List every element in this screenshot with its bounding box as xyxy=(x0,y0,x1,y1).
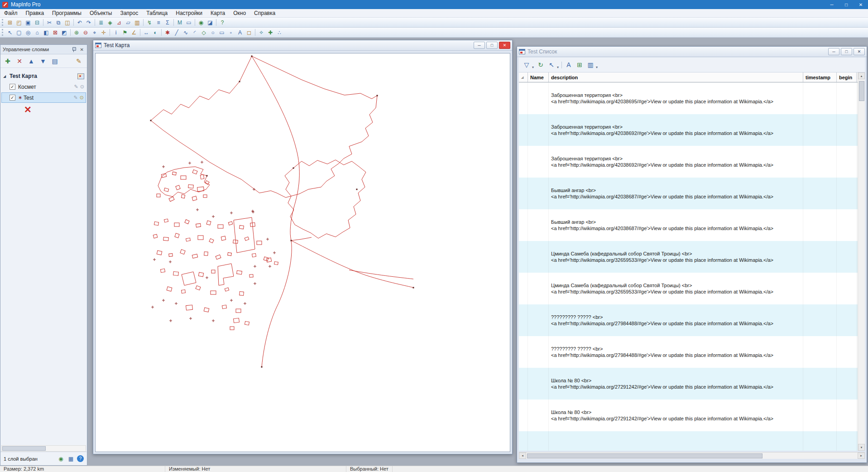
description-cell[interactable]: Заброшенная территория <br><a href='http… xyxy=(549,146,803,178)
copy-icon[interactable]: ⧉ xyxy=(54,19,63,27)
zoom-range-icon[interactable]: ⊙ xyxy=(80,84,84,90)
menu-item-4[interactable]: Запрос xyxy=(116,9,142,17)
add-node-icon[interactable]: ✚ xyxy=(266,29,275,37)
new-redistrict-icon[interactable]: ▥ xyxy=(133,19,142,27)
begin-cell[interactable] xyxy=(837,209,857,241)
menu-item-5[interactable]: Таблица xyxy=(142,9,172,17)
new-browser-icon[interactable]: ≣ xyxy=(96,19,106,27)
row-selector-cell[interactable] xyxy=(519,82,528,114)
polyline-tool-icon[interactable]: ∿ xyxy=(181,29,190,37)
menu-item-9[interactable]: Справка xyxy=(250,9,279,17)
arc-tool-icon[interactable]: ◜ xyxy=(190,29,199,37)
symbol-tool-icon[interactable]: ✱ xyxy=(163,29,172,37)
polygon-tool-icon[interactable]: ◇ xyxy=(199,29,208,37)
row-selector-cell[interactable] xyxy=(519,241,528,273)
column-header-begin[interactable]: begin xyxy=(837,72,857,82)
row-selector-cell[interactable] xyxy=(519,273,528,304)
toolbar-grip[interactable] xyxy=(2,29,3,36)
scroll-right-icon[interactable]: ▸ xyxy=(858,453,865,459)
description-cell[interactable]: Заброшенная территория <br><a href='http… xyxy=(549,114,803,146)
table-row[interactable]: ????????? ????? <br><a href='http://wiki… xyxy=(519,336,858,368)
dropdown-caret-icon[interactable]: ▾ xyxy=(596,65,598,69)
new-graph-icon[interactable]: ⊿ xyxy=(115,19,124,27)
begin-cell[interactable] xyxy=(837,273,857,304)
add-picture-icon[interactable]: ⊞ xyxy=(574,59,585,70)
test-visibility-checkbox[interactable]: ✓ xyxy=(10,95,15,101)
description-cell[interactable]: Школа № 80 <br><a href='http://wikimapia… xyxy=(549,368,803,400)
timestamp-cell[interactable] xyxy=(803,431,837,451)
pan-icon[interactable]: ✛ xyxy=(99,29,108,37)
marquee-select-icon[interactable]: ▢ xyxy=(14,29,24,37)
world-icon[interactable]: ◉ xyxy=(197,19,206,27)
row-selector-cell[interactable] xyxy=(519,368,528,400)
zoom-in-icon[interactable]: ⊕ xyxy=(72,29,81,37)
label-icon[interactable]: ⚑ xyxy=(120,29,129,37)
timestamp-cell[interactable] xyxy=(803,336,837,368)
description-cell[interactable]: Цминда Самеба (кафедральный собор Святой… xyxy=(549,273,803,304)
timestamp-cell[interactable] xyxy=(803,400,837,431)
row-selector-cell[interactable] xyxy=(519,209,528,241)
description-cell[interactable]: Школа № 80 <br><a href='http://wikimapia… xyxy=(549,400,803,431)
timestamp-cell[interactable] xyxy=(803,368,837,400)
paste-icon[interactable]: ◫ xyxy=(63,19,72,27)
begin-cell[interactable] xyxy=(837,336,857,368)
vertical-scrollbar[interactable]: ▴ ▾ xyxy=(858,72,865,451)
table-row[interactable]: Школа № 80 <br><a href='http://wikimapia… xyxy=(519,400,858,431)
timestamp-cell[interactable] xyxy=(803,114,837,146)
name-cell[interactable] xyxy=(528,304,549,336)
close-button[interactable]: ✕ xyxy=(854,0,868,9)
cosmetic-visibility-checkbox[interactable]: ✓ xyxy=(10,84,15,90)
browser-close-button[interactable]: ✕ xyxy=(854,48,865,55)
menu-item-7[interactable]: Карта xyxy=(206,9,229,17)
timestamp-cell[interactable] xyxy=(803,146,837,178)
timestamp-cell[interactable] xyxy=(803,241,837,273)
print-icon[interactable]: ⊟ xyxy=(33,19,42,27)
change-view-icon[interactable]: ⌖ xyxy=(90,29,99,37)
ruler-icon[interactable]: ∠ xyxy=(129,29,139,37)
table-row[interactable]: ????????? ????? <br><a href='http://wiki… xyxy=(519,304,858,336)
add-layer-icon[interactable]: ✚ xyxy=(2,56,13,66)
map-minimize-button[interactable]: ─ xyxy=(474,42,485,49)
menu-item-8[interactable]: Окно xyxy=(229,9,250,17)
sort-filter-icon[interactable]: ▽ xyxy=(521,59,532,70)
layer-style-swatch[interactable]: ✕ xyxy=(0,103,87,116)
begin-cell[interactable] xyxy=(837,400,857,431)
browser-minimize-button[interactable]: ─ xyxy=(828,48,839,55)
text-tool-icon[interactable]: A xyxy=(235,29,245,37)
clip-region-icon[interactable]: ◪ xyxy=(206,19,215,27)
menu-item-3[interactable]: Объекты xyxy=(86,9,116,17)
frame-tool-icon[interactable]: ◻ xyxy=(245,29,254,37)
table-row[interactable]: Заброшенная территория <br><a href='http… xyxy=(519,114,858,146)
panel-help-icon[interactable]: ? xyxy=(77,455,84,462)
table-row[interactable]: Бывший ангар <br><a href='http://wikimap… xyxy=(519,209,858,241)
row-selector-cell[interactable] xyxy=(519,304,528,336)
reshape-icon[interactable]: ✧ xyxy=(257,29,266,37)
set-target-icon[interactable]: ◐ xyxy=(151,29,160,37)
pick-fields-icon[interactable]: ▥ xyxy=(585,59,596,70)
scrollbar-thumb[interactable] xyxy=(2,446,46,451)
name-cell[interactable] xyxy=(528,336,549,368)
description-cell[interactable] xyxy=(549,431,803,451)
snap-icon[interactable]: ∴ xyxy=(275,29,284,37)
timestamp-cell[interactable] xyxy=(803,273,837,304)
rounded-rect-tool-icon[interactable]: ▫ xyxy=(226,29,235,37)
hotlink-icon[interactable]: ↯ xyxy=(145,19,154,27)
menu-item-2[interactable]: Программы xyxy=(48,9,86,17)
table-row[interactable]: Бывший ангар <br><a href='http://wikimap… xyxy=(519,178,858,209)
menu-item-1[interactable]: Правка xyxy=(22,9,48,17)
begin-cell[interactable] xyxy=(837,431,857,451)
name-cell[interactable] xyxy=(528,273,549,304)
font-style-icon[interactable]: A xyxy=(563,59,574,70)
name-cell[interactable] xyxy=(528,241,549,273)
column-header-timestamp[interactable]: timestamp xyxy=(803,72,837,82)
begin-cell[interactable] xyxy=(837,146,857,178)
panel-horizontal-scrollbar[interactable] xyxy=(1,445,86,452)
begin-cell[interactable] xyxy=(837,82,857,114)
table-row[interactable]: Школа № 80 <br><a href='http://wikimapia… xyxy=(519,368,858,400)
description-cell[interactable]: ????????? ????? <br><a href='http://wiki… xyxy=(549,336,803,368)
help-icon[interactable]: ? xyxy=(218,19,227,27)
statistics-icon[interactable]: Σ xyxy=(163,19,172,27)
name-cell[interactable] xyxy=(528,146,549,178)
row-selector-cell[interactable] xyxy=(519,178,528,209)
scroll-left-icon[interactable]: ◂ xyxy=(519,453,526,459)
